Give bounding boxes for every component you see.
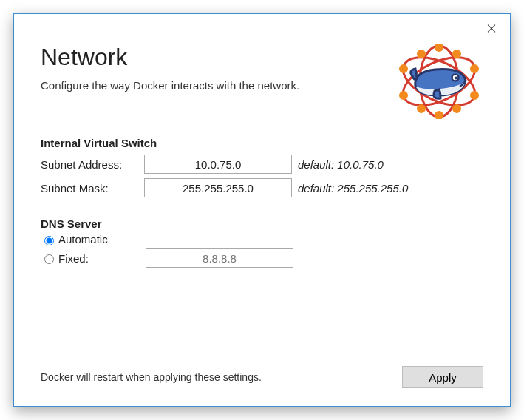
svg-point-5 (435, 44, 443, 52)
section-heading-dns: DNS Server (41, 217, 483, 230)
dns-fixed-input[interactable] (146, 248, 293, 268)
subnet-address-default: default: 10.0.75.0 (298, 152, 414, 176)
svg-point-4 (455, 77, 457, 80)
subnet-address-input[interactable] (144, 155, 292, 174)
dns-automatic-radio[interactable] (44, 236, 54, 245)
svg-point-10 (470, 91, 479, 100)
subnet-address-label: Subnet Address: (41, 152, 144, 176)
svg-point-7 (399, 64, 408, 73)
svg-point-13 (417, 104, 426, 113)
subnet-mask-default: default: 255.255.255.0 (298, 176, 414, 200)
dns-fixed-radio[interactable] (44, 254, 54, 264)
subnet-mask-label: Subnet Mask: (41, 176, 144, 200)
page-subtitle: Configure the way Docker interacts with … (41, 78, 299, 93)
svg-point-9 (399, 91, 408, 100)
docker-network-logo (395, 44, 483, 119)
dns-automatic-label[interactable]: Automatic (58, 233, 108, 245)
settings-window: Network Configure the way Docker interac… (13, 13, 511, 407)
svg-point-14 (452, 104, 461, 113)
apply-button[interactable]: Apply (402, 366, 483, 388)
subnet-mask-input[interactable] (144, 178, 292, 197)
footer-note: Docker will restart when applying these … (41, 371, 262, 383)
svg-point-12 (452, 50, 461, 58)
svg-point-6 (435, 111, 443, 119)
dns-fixed-label[interactable]: Fixed: (58, 252, 100, 265)
svg-point-11 (417, 50, 426, 58)
svg-point-8 (470, 64, 479, 73)
page-title: Network (41, 44, 299, 71)
section-heading-switch: Internal Virtual Switch (41, 137, 483, 149)
close-icon[interactable] (485, 21, 500, 36)
